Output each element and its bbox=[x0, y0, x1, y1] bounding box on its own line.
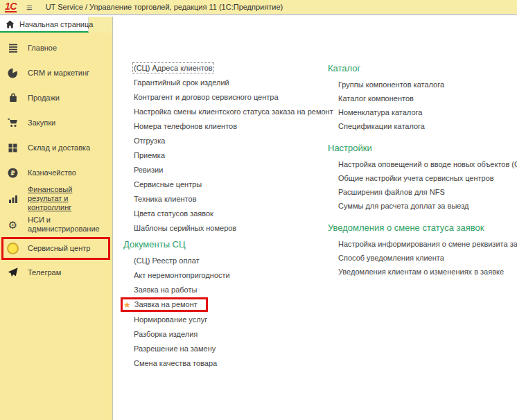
sidebar-item-crm[interactable]: CRM и маркетинг bbox=[0, 60, 112, 85]
section-title-settings[interactable]: Настройки bbox=[328, 141, 517, 155]
window-title: UT Service / Управление торговлей, редак… bbox=[46, 3, 283, 11]
bag-icon bbox=[7, 93, 19, 103]
section-title-documents-sc[interactable]: Документы СЦ bbox=[123, 237, 331, 252]
link-label: Гарантийный срок изделий bbox=[134, 78, 229, 87]
sidebar-item-label: НСИ и администрирование bbox=[28, 216, 108, 234]
link-label: Каталог компонентов bbox=[338, 94, 414, 103]
link-sc-payment-register[interactable]: (СЦ) Реестр оплат bbox=[123, 254, 331, 268]
link-client-status-change-setting[interactable]: Настройка смены клиентского статуса зака… bbox=[123, 105, 331, 119]
link-product-disassembly[interactable]: Разборка изделия bbox=[123, 327, 331, 342]
link-label: Общие настройки учета сервисных центров bbox=[338, 174, 494, 182]
link-label: Цвета статусов заявок bbox=[134, 209, 213, 218]
link-label: Группы компонентов каталога bbox=[338, 80, 444, 89]
link-client-phone-numbers[interactable]: Номера телефонов клиентов bbox=[123, 119, 331, 134]
link-shipment[interactable]: Отгрузка bbox=[123, 134, 331, 148]
link-counterparty-contract[interactable]: Контрагент и договор сервисного центра bbox=[123, 90, 331, 105]
link-new-object-notifications[interactable]: Настройка оповещений о вводе новых объек… bbox=[328, 157, 517, 171]
link-label: Номера телефонов клиентов bbox=[134, 122, 237, 130]
sidebar-item-label: Телеграм bbox=[28, 268, 61, 277]
link-client-change-notifications[interactable]: Уведомления клиентам о изменениях в заяв… bbox=[328, 265, 517, 279]
sidebar-item-financial-result[interactable]: Финансовый результат и контроллинг bbox=[0, 185, 112, 212]
link-catalog-specifications[interactable]: Спецификации каталога bbox=[328, 119, 517, 133]
sidebar-item-nsi-administration[interactable]: ⚙ НСИ и администрирование bbox=[0, 212, 112, 237]
paper-plane-icon bbox=[7, 268, 19, 277]
link-warranty-period[interactable]: Гарантийный срок изделий bbox=[123, 76, 331, 90]
home-icon bbox=[6, 20, 15, 28]
yellow-circle-icon bbox=[7, 243, 19, 254]
sidebar-item-label: Продажи bbox=[28, 94, 60, 103]
link-label: Настройка смены клиентского статуса зака… bbox=[134, 107, 333, 116]
sidebar-item-label: Склад и доставка bbox=[28, 143, 90, 152]
link-component-catalog[interactable]: Каталог компонентов bbox=[328, 91, 517, 105]
link-nfs-file-extensions[interactable]: Расширения файлов для NFS bbox=[328, 185, 517, 199]
sidebar-item-label: Закупки bbox=[28, 119, 55, 128]
link-label: (СЦ) Реестр оплат bbox=[134, 256, 200, 265]
sidebar-item-sales[interactable]: Продажи bbox=[0, 85, 112, 110]
link-label: Акт неремонтопригодности bbox=[134, 271, 230, 279]
link-label: Расширения файлов для NFS bbox=[338, 188, 445, 196]
link-label: Контрагент и договор сервисного центра bbox=[134, 93, 279, 101]
link-unrepairability-act[interactable]: Акт неремонтопригодности bbox=[123, 268, 331, 283]
svg-text:₽: ₽ bbox=[10, 169, 15, 176]
section-title-catalog[interactable]: Каталог bbox=[328, 61, 517, 76]
link-label: Приемка bbox=[134, 151, 165, 159]
pie-chart-icon bbox=[7, 68, 19, 78]
link-replacement-permission[interactable]: Разрешение на замену bbox=[123, 342, 331, 356]
1c-logo: 1С bbox=[5, 2, 17, 12]
section-panel: Главное CRM и маркетинг Продажи Закупки … bbox=[0, 33, 113, 420]
sidebar-item-telegram[interactable]: Телеграм bbox=[0, 260, 112, 285]
link-label: Ревизии bbox=[134, 166, 163, 174]
sidebar-item-label: Главное bbox=[28, 44, 57, 53]
link-catalog-nomenclature[interactable]: Номенклатура каталога bbox=[328, 105, 517, 119]
section-title-status-notifications[interactable]: Уведомления о смене статуса заявок bbox=[328, 220, 517, 235]
link-repair-request[interactable]: ★ Заявка на ремонт bbox=[123, 297, 331, 313]
link-goods-quality-change[interactable]: Смена качества товара bbox=[123, 356, 331, 371]
link-service-centers[interactable]: Сервисные центры bbox=[123, 177, 331, 192]
link-client-notification-method[interactable]: Способ уведомления клиента bbox=[328, 251, 517, 265]
main-menu-icon[interactable]: ≡ bbox=[26, 2, 33, 12]
link-requisite-change-informing[interactable]: Настройка информирования о смене реквизи… bbox=[328, 237, 517, 251]
grid-icon bbox=[7, 143, 19, 152]
sidebar-item-warehouse[interactable]: Склад и доставка bbox=[0, 135, 112, 160]
content-column-right: Каталог Группы компонентов каталога Ката… bbox=[328, 61, 517, 286]
link-revisions[interactable]: Ревизии bbox=[123, 163, 331, 177]
link-label: Отгрузка bbox=[134, 137, 165, 145]
link-label: Заявка на работы bbox=[134, 286, 197, 294]
link-serial-number-templates[interactable]: Шаблоны серийных номеров bbox=[123, 221, 331, 236]
link-label: (СЦ) Адреса клиентов bbox=[134, 64, 213, 72]
sidebar-item-treasury[interactable]: ₽ Казначейство bbox=[0, 160, 112, 185]
sidebar-item-purchases[interactable]: Закупки bbox=[0, 110, 112, 135]
tab-home-page[interactable]: Начальная страница bbox=[0, 17, 89, 33]
link-client-equipment[interactable]: Техника клиентов bbox=[123, 192, 331, 207]
link-label: Сервисные центры bbox=[134, 180, 202, 189]
annotation-red-box: ★ Заявка на ремонт bbox=[121, 297, 208, 312]
link-label: Шаблоны серийных номеров bbox=[134, 224, 236, 232]
cart-icon bbox=[7, 118, 19, 128]
section-catalog: Каталог Группы компонентов каталога Ката… bbox=[328, 61, 517, 133]
tab-label: Начальная страница bbox=[19, 20, 93, 28]
link-label: Спецификации каталога bbox=[338, 122, 425, 130]
ruble-circle-icon: ₽ bbox=[7, 168, 19, 178]
section-status-notifications: Уведомления о смене статуса заявок Настр… bbox=[328, 220, 517, 279]
link-visit-surcharge-amounts[interactable]: Суммы для расчета доплат за выезд bbox=[328, 199, 517, 213]
link-label: Техника клиентов bbox=[134, 195, 197, 203]
link-sc-client-addresses[interactable]: (СЦ) Адреса клиентов bbox=[123, 61, 331, 76]
link-label: Суммы для расчета доплат за выезд bbox=[338, 202, 468, 210]
sidebar-item-main[interactable]: Главное bbox=[0, 35, 112, 60]
link-catalog-component-groups[interactable]: Группы компонентов каталога bbox=[328, 78, 517, 91]
star-icon: ★ bbox=[123, 301, 131, 309]
sidebar-item-service-center[interactable]: Сервисный центр bbox=[1, 237, 110, 260]
link-general-sc-settings[interactable]: Общие настройки учета сервисных центров bbox=[328, 171, 517, 185]
link-service-rationing[interactable]: Нормирование услуг bbox=[123, 313, 331, 327]
link-acceptance[interactable]: Приемка bbox=[123, 148, 331, 163]
section-settings: Настройки Настройка оповещений о вводе н… bbox=[328, 141, 517, 213]
link-label: Настройка информирования о смене реквизи… bbox=[338, 240, 517, 248]
link-work-request[interactable]: Заявка на работы bbox=[123, 283, 331, 297]
gear-icon: ⚙ bbox=[7, 220, 19, 230]
content-column-left: (СЦ) Адреса клиентов Гарантийный срок из… bbox=[123, 61, 331, 371]
sidebar-item-label: Казначейство bbox=[28, 168, 76, 177]
title-bar: 1С ≡ UT Service / Управление торговлей, … bbox=[0, 0, 517, 15]
link-label: Разборка изделия bbox=[134, 330, 198, 338]
link-label: Номенклатура каталога bbox=[338, 108, 422, 116]
link-request-status-colors[interactable]: Цвета статусов заявок bbox=[123, 207, 331, 221]
